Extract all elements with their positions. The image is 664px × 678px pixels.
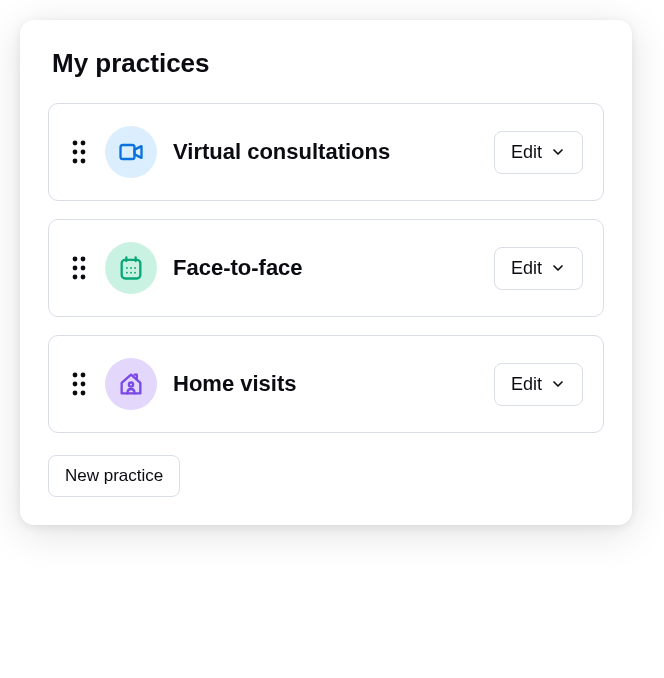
chevron-down-icon (550, 260, 566, 276)
edit-button[interactable]: Edit (494, 131, 583, 174)
svg-point-25 (81, 391, 86, 396)
drag-handle-icon[interactable] (69, 253, 89, 283)
svg-point-26 (129, 382, 133, 386)
svg-point-17 (126, 272, 128, 274)
svg-point-1 (81, 141, 86, 146)
edit-button-label: Edit (511, 374, 542, 395)
svg-point-12 (81, 275, 86, 280)
svg-rect-13 (122, 260, 141, 279)
drag-handle-icon[interactable] (69, 137, 89, 167)
svg-point-8 (81, 257, 86, 262)
svg-point-10 (81, 266, 86, 271)
page-title: My practices (52, 48, 604, 79)
svg-rect-6 (121, 145, 135, 159)
practice-row: Home visits Edit (48, 335, 604, 433)
svg-point-22 (73, 382, 78, 387)
drag-handle-icon[interactable] (69, 369, 89, 399)
edit-button[interactable]: Edit (494, 247, 583, 290)
svg-point-24 (73, 391, 78, 396)
svg-point-21 (81, 373, 86, 378)
svg-point-2 (73, 150, 78, 155)
practice-label: Home visits (173, 371, 478, 397)
my-practices-card: My practices Virtual consultations Edit (20, 20, 632, 525)
video-icon (105, 126, 157, 178)
svg-point-11 (73, 275, 78, 280)
svg-point-16 (134, 267, 136, 269)
svg-point-18 (130, 272, 132, 274)
svg-point-19 (134, 272, 136, 274)
svg-point-7 (73, 257, 78, 262)
calendar-icon (105, 242, 157, 294)
edit-button[interactable]: Edit (494, 363, 583, 406)
svg-point-0 (73, 141, 78, 146)
practice-label: Virtual consultations (173, 139, 478, 165)
practice-row: Virtual consultations Edit (48, 103, 604, 201)
svg-point-3 (81, 150, 86, 155)
svg-point-20 (73, 373, 78, 378)
practice-row: Face-to-face Edit (48, 219, 604, 317)
chevron-down-icon (550, 376, 566, 392)
edit-button-label: Edit (511, 142, 542, 163)
new-practice-button[interactable]: New practice (48, 455, 180, 497)
svg-point-14 (126, 267, 128, 269)
svg-point-23 (81, 382, 86, 387)
svg-point-5 (81, 159, 86, 164)
svg-point-4 (73, 159, 78, 164)
svg-point-9 (73, 266, 78, 271)
practice-list: Virtual consultations Edit (48, 103, 604, 433)
practice-label: Face-to-face (173, 255, 478, 281)
svg-point-15 (130, 267, 132, 269)
home-person-icon (105, 358, 157, 410)
chevron-down-icon (550, 144, 566, 160)
edit-button-label: Edit (511, 258, 542, 279)
